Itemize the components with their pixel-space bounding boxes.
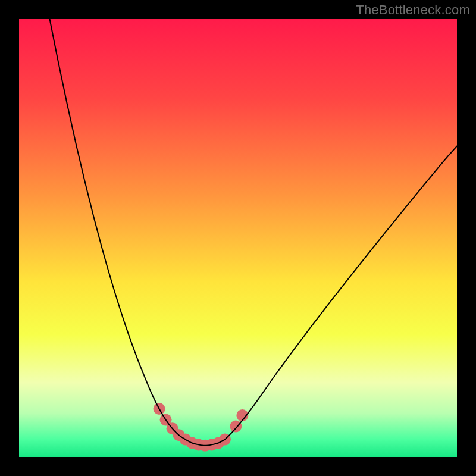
bottleneck-chart [0, 0, 476, 476]
chart-frame: TheBottleneck.com [0, 0, 476, 476]
highlight-dot [230, 420, 242, 432]
plot-background [19, 19, 457, 457]
